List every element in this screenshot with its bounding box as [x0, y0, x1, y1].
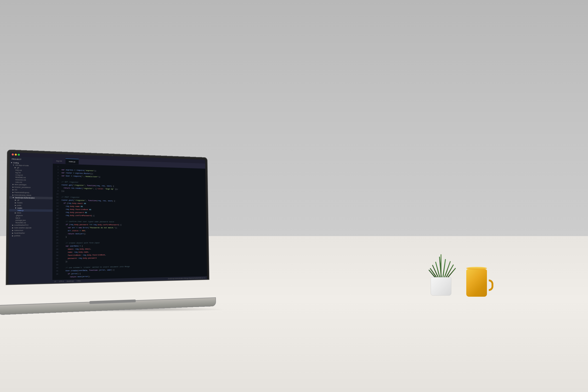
line-numbers: 1234567891011121314151617181920212223242…: [52, 164, 60, 280]
laptop: Deloitte. Project ▼ Coding: [6, 150, 224, 314]
plant-white: [427, 261, 455, 296]
yellow-mug: [464, 267, 489, 297]
code-lines: var express = require('express'); var ro…: [59, 164, 207, 280]
status-files: 0 files: [77, 280, 81, 282]
sidebar-item-portfolio[interactable]: ▶ portfolio: [9, 234, 52, 237]
status-language: JavaScript: [66, 280, 74, 282]
scene: Deloitte. Project ▼ Coding: [0, 0, 588, 392]
screen-bezel: Project ▼ Coding ▼ 100-days-of-code ▶ .g…: [8, 152, 207, 284]
maximize-button[interactable]: [18, 154, 20, 156]
close-button[interactable]: [12, 154, 14, 156]
tab-logmd[interactable]: log.md: [53, 158, 66, 164]
minimize-button[interactable]: [15, 154, 17, 156]
tab-indexjs[interactable]: index.js: [66, 158, 79, 164]
status-breadcrumb: JavaScript-Authentication-Mongo-Express/…: [168, 277, 205, 280]
plant-pot: [431, 277, 451, 296]
status-lf: LF: [54, 280, 56, 282]
status-encoding: UTF-8: [59, 280, 64, 282]
sidebar-item-localweather[interactable]: ▶ LocalWeatherFCC: [9, 224, 52, 226]
ide-layout: Project ▼ Coding ▼ 100-days-of-code ▶ .g…: [8, 156, 207, 284]
sidebar-item-nodeschool[interactable]: ▶ nodeschool: [9, 229, 52, 232]
sidebar-item-readme2[interactable]: README.md: [9, 222, 52, 224]
code-editor[interactable]: 1234567891011121314151617181920212223242…: [52, 164, 207, 280]
laptop-lid: Deloitte. Project ▼ Coding: [6, 150, 209, 285]
plant-grass: [427, 252, 455, 280]
sidebar-item-nodeweather-zip[interactable]: ▶ node-weather-zipcode: [9, 226, 52, 229]
file-tree: ▼ Coding ▼ 100-days-of-code ▶ .git FAQ.m…: [9, 161, 53, 238]
sidebar-item-nodeweather[interactable]: ▶ NodeWeather: [9, 232, 52, 234]
sidebar: Project ▼ Coding ▼ 100-days-of-code ▶ .g…: [8, 156, 53, 284]
laptop-hinge: [89, 300, 136, 304]
